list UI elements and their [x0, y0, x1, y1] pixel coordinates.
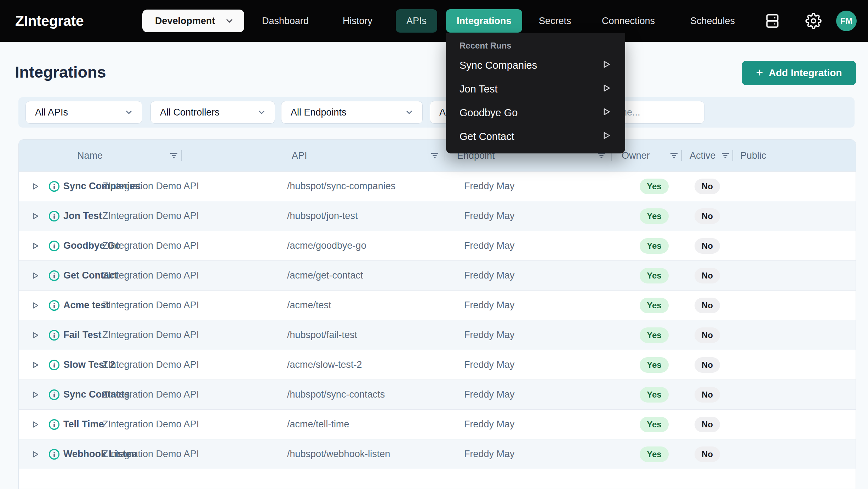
info-button[interactable] — [46, 417, 62, 432]
server-icon — [764, 13, 781, 29]
run-play-button[interactable] — [601, 130, 611, 144]
name-cell: Get Contact — [63, 270, 102, 281]
column-filter-button-api[interactable] — [430, 151, 439, 160]
column-divider — [681, 150, 682, 161]
controller-filter-select[interactable]: All Controllers — [150, 101, 275, 124]
api-filter-select[interactable]: All APIs — [25, 101, 142, 124]
column-header-active[interactable]: Active — [690, 150, 716, 161]
column-filter-button-active[interactable] — [721, 151, 730, 160]
menu-item-label: Sync Companies — [459, 60, 537, 71]
active-badge: Yes — [640, 387, 668, 403]
public-badge: No — [695, 298, 720, 313]
run-row-button[interactable] — [27, 387, 43, 403]
owner-cell: Freddy May — [464, 419, 628, 430]
fourth-filter-value: A — [439, 107, 446, 118]
info-button[interactable] — [46, 179, 62, 194]
run-row-button[interactable] — [27, 327, 43, 343]
run-row-button[interactable] — [27, 238, 43, 254]
run-row-button[interactable] — [27, 446, 43, 462]
name-cell: Webhook Listen — [63, 449, 102, 460]
api-cell: ZIntegration Demo API — [102, 389, 287, 400]
run-row-button[interactable] — [27, 357, 43, 373]
endpoint-cell: /hubspot/sync-companies — [287, 181, 464, 192]
endpoint-cell: /hubspot/fail-test — [287, 330, 464, 341]
table-row: Sync CompaniesZIntegration Demo API/hubs… — [19, 172, 856, 201]
column-header-owner[interactable]: Owner — [622, 150, 650, 161]
column-header-api[interactable]: API — [292, 150, 307, 161]
table-row: Acme testZIntegration Demo API/acme/test… — [19, 291, 856, 320]
table-row: Slow Test 2ZIntegration Demo API/acme/sl… — [19, 350, 856, 380]
info-button[interactable] — [46, 208, 62, 224]
public-badge: No — [695, 387, 720, 403]
run-row-button[interactable] — [27, 417, 43, 432]
name-cell: Goodbye Go — [63, 240, 102, 251]
table-row: Tell TimeZIntegration Demo API/acme/tell… — [19, 410, 856, 439]
menu-item-goodbye-go[interactable]: Goodbye Go — [446, 101, 625, 125]
server-icon-button[interactable] — [763, 12, 782, 30]
table-row: Fail TestZIntegration Demo API/hubspot/f… — [19, 320, 856, 350]
info-button[interactable] — [46, 238, 62, 254]
run-play-button[interactable] — [601, 83, 611, 96]
add-integration-label: Add Integration — [769, 67, 842, 79]
info-button[interactable] — [46, 298, 62, 313]
run-play-button[interactable] — [601, 59, 611, 72]
info-icon — [48, 180, 60, 192]
column-header-public[interactable]: Public — [740, 150, 766, 161]
public-badge: No — [695, 179, 720, 194]
settings-button[interactable] — [804, 12, 823, 30]
info-button[interactable] — [46, 327, 62, 343]
nav-bar: ZIntegrate Development DashboardHistoryA… — [0, 0, 868, 42]
play-icon — [31, 330, 39, 340]
run-row-button[interactable] — [27, 179, 43, 194]
plus-icon: + — [756, 66, 763, 79]
environment-selector[interactable]: Development — [142, 10, 244, 32]
menu-item-jon-test[interactable]: Jon Test — [446, 77, 625, 101]
owner-cell: Freddy May — [464, 389, 628, 400]
run-play-button[interactable] — [601, 106, 611, 120]
column-divider — [181, 150, 182, 161]
endpoint-cell: /acme/slow-test-2 — [287, 359, 464, 370]
api-cell: ZIntegration Demo API — [102, 210, 287, 221]
owner-cell: Freddy May — [464, 181, 628, 192]
play-icon — [601, 59, 611, 70]
info-icon — [48, 359, 60, 371]
filter-icon — [169, 151, 178, 160]
nav-item-history[interactable]: History — [343, 0, 372, 42]
info-button[interactable] — [46, 357, 62, 373]
nav-item-integrations[interactable]: Integrations — [446, 9, 522, 33]
endpoint-cell: /acme/goodbye-go — [287, 240, 464, 251]
info-icon — [48, 329, 60, 341]
column-filter-button-owner[interactable] — [669, 151, 679, 160]
active-badge: Yes — [640, 238, 668, 254]
endpoint-filter-select[interactable]: All Endpoints — [281, 101, 423, 124]
table-header: NameAPIEndpointOwnerActivePublic — [19, 140, 856, 172]
nav-item-dashboard[interactable]: Dashboard — [262, 0, 309, 42]
public-badge: No — [695, 268, 720, 283]
play-icon — [31, 271, 39, 281]
filter-bar: All APIsAll ControllersAll EndpointsA — [18, 97, 855, 128]
run-row-button[interactable] — [27, 298, 43, 313]
menu-item-sync-companies[interactable]: Sync Companies — [446, 54, 625, 77]
user-avatar[interactable]: FM — [836, 11, 857, 31]
api-cell: ZIntegration Demo API — [102, 419, 287, 430]
table-row: Webhook ListenZIntegration Demo API/hubs… — [19, 439, 856, 469]
run-row-button[interactable] — [27, 268, 43, 283]
run-row-button[interactable] — [27, 208, 43, 224]
api-cell: ZIntegration Demo API — [102, 181, 287, 192]
chevron-down-icon — [405, 108, 414, 117]
menu-item-get-contact[interactable]: Get Contact — [446, 125, 625, 148]
info-button[interactable] — [46, 268, 62, 283]
play-icon — [31, 211, 39, 221]
info-button[interactable] — [46, 446, 62, 462]
info-button[interactable] — [46, 387, 62, 403]
nav-item-schedules[interactable]: Schedules — [690, 0, 735, 42]
name-cell: Jon Test — [63, 210, 102, 221]
active-badge: Yes — [640, 327, 668, 343]
column-filter-button-name[interactable] — [169, 151, 178, 160]
nav-item-apis[interactable]: APIs — [396, 9, 437, 33]
info-icon — [48, 389, 60, 401]
api-cell: ZIntegration Demo API — [102, 359, 287, 370]
add-integration-button[interactable]: + Add Integration — [742, 61, 856, 85]
page-title: Integrations — [15, 63, 106, 82]
column-header-name[interactable]: Name — [77, 150, 103, 161]
